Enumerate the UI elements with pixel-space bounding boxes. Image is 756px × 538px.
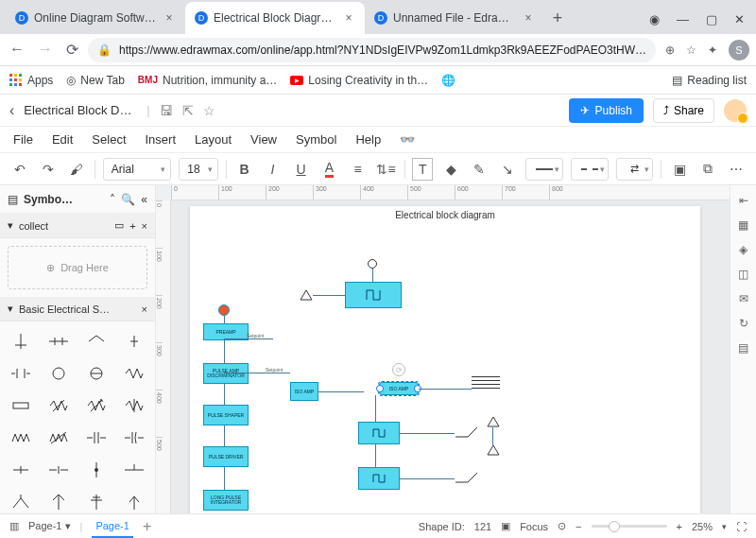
close-icon[interactable]: × (163, 11, 176, 25)
wire[interactable] (375, 444, 376, 467)
menu-select[interactable]: Select (92, 132, 126, 147)
symbol-item[interactable] (2, 454, 40, 486)
grid-icon[interactable]: ▦ (736, 217, 751, 233)
symbol-item[interactable] (77, 454, 115, 486)
wire[interactable] (318, 391, 364, 392)
menu-file[interactable]: File (13, 132, 33, 147)
zoom-in-button[interactable]: + (677, 521, 682, 532)
arrow-style-select[interactable]: ⇄ (616, 158, 654, 181)
wire[interactable] (419, 389, 472, 390)
symbol-item[interactable] (40, 454, 77, 486)
line-color-icon[interactable]: ✎ (469, 158, 490, 181)
shape-icon[interactable]: ◫ (736, 267, 751, 282)
menu-layout[interactable]: Layout (195, 132, 232, 147)
page[interactable]: Electrical block diagram PREAMP Setpoint… (190, 206, 700, 513)
line-weight-select[interactable] (525, 158, 563, 181)
symbol-item[interactable] (2, 390, 40, 422)
symbol-item[interactable] (77, 325, 115, 357)
chevron-up-icon[interactable]: ˄ (110, 193, 115, 206)
canvas[interactable]: Electrical block diagram PREAMP Setpoint… (171, 200, 730, 513)
block-longpulse[interactable]: LONG PULSE INTEGRATOR (203, 490, 249, 511)
symbol-item[interactable] (115, 454, 153, 486)
search-icon[interactable]: 🔍 (121, 193, 135, 206)
plus-icon[interactable]: + (129, 220, 135, 232)
collapse-icon[interactable]: « (141, 193, 147, 206)
wire[interactable] (224, 467, 225, 490)
focus-icon[interactable]: ▣ (501, 520, 510, 532)
triangle-icon[interactable] (487, 444, 500, 456)
triangle-icon[interactable] (300, 289, 313, 301)
url-box[interactable]: 🔒 https://www.edrawmax.com/online/app.ht… (88, 38, 656, 62)
symbol-item[interactable] (2, 325, 40, 357)
close-icon[interactable]: × (522, 11, 535, 25)
symbol-item[interactable] (40, 390, 77, 422)
symbol-item[interactable] (2, 422, 40, 454)
wire[interactable] (224, 316, 225, 323)
page-selector[interactable]: Page-1 ▾ (28, 520, 71, 532)
font-size-select[interactable]: 18 (179, 158, 217, 181)
block-generic[interactable] (345, 282, 402, 308)
section-basic-electrical[interactable]: ▾Basic Electrical S…× (0, 297, 155, 321)
menu-edit[interactable]: Edit (52, 132, 73, 147)
star-icon[interactable]: ☆ (686, 43, 696, 57)
bookmark-newtab[interactable]: ◎ New Tab (66, 74, 124, 87)
bookmark-globe[interactable]: 🌐 (441, 74, 455, 87)
close-icon[interactable]: × (142, 304, 147, 315)
glasses-icon[interactable]: 👓 (400, 132, 415, 147)
align-text-icon[interactable]: ≡ (348, 158, 369, 181)
more-icon[interactable]: ⋯ (726, 158, 747, 181)
block-isoamp-2-selected[interactable]: ISO AMP (379, 382, 419, 395)
browser-tab-1[interactable]: DElectrical Block Diagram - Edraw…× (185, 2, 365, 34)
wire[interactable] (224, 373, 290, 373)
wire[interactable] (313, 295, 345, 296)
font-color-icon[interactable]: A (319, 158, 340, 181)
menu-help[interactable]: Help (355, 132, 381, 147)
maximize-icon[interactable]: ▢ (706, 12, 717, 26)
extensions-icon[interactable]: ✦ (708, 43, 717, 57)
account-icon[interactable]: ◉ (649, 12, 660, 26)
symbol-item[interactable] (40, 486, 77, 513)
triangle-icon[interactable] (487, 416, 500, 427)
wire[interactable] (372, 269, 373, 282)
close-icon[interactable]: × (342, 11, 355, 25)
reading-list-button[interactable]: ▤ Reading list (672, 74, 747, 87)
add-icon[interactable]: ▭ (114, 219, 124, 232)
connector-icon[interactable]: ↘ (497, 158, 518, 181)
fill-color-icon[interactable]: ◆ (440, 158, 461, 181)
bold-icon[interactable]: B (234, 158, 255, 181)
wire[interactable] (492, 427, 493, 446)
block-led[interactable] (218, 304, 230, 316)
symbol-item[interactable] (40, 422, 77, 454)
symbol-item[interactable] (115, 325, 153, 357)
layers-icon[interactable]: ▣ (669, 158, 690, 181)
browser-tab-2[interactable]: DUnnamed File - EdrawMax× (365, 2, 544, 34)
symbol-item[interactable] (77, 486, 115, 513)
symbol-item[interactable] (77, 422, 115, 454)
symbol-item[interactable] (2, 486, 40, 513)
symbol-item[interactable] (77, 357, 115, 390)
symbol-item[interactable] (115, 422, 153, 454)
undo-icon[interactable]: ↶ (9, 158, 30, 181)
bookmark-youtube[interactable]: ▶ Losing Creativity in th… (290, 74, 428, 87)
reload-icon[interactable]: ⟳ (66, 41, 78, 59)
export-icon[interactable]: ⇱ (182, 103, 194, 118)
user-avatar[interactable] (724, 99, 747, 122)
wire[interactable] (375, 395, 376, 424)
italic-icon[interactable]: I (263, 158, 284, 181)
wire[interactable] (224, 338, 273, 339)
text-tool-icon[interactable]: T (412, 158, 433, 181)
minimize-icon[interactable]: — (677, 12, 689, 26)
add-page-button[interactable]: + (143, 518, 151, 535)
symbol-item[interactable] (2, 357, 40, 390)
back-icon[interactable]: ← (9, 41, 25, 59)
rotate-handle-icon[interactable]: ⟳ (392, 363, 405, 376)
drag-here-area[interactable]: ⊕Drag Here (8, 246, 147, 289)
layers-icon[interactable]: ◈ (736, 242, 751, 257)
line-spacing-icon[interactable]: ⇅≡ (376, 158, 397, 181)
profile-avatar[interactable]: S (729, 40, 749, 61)
library-icon[interactable]: ▤ (8, 193, 18, 206)
menu-view[interactable]: View (250, 132, 277, 147)
symbol-item[interactable] (40, 325, 77, 357)
apps-button[interactable]: Apps (9, 74, 53, 87)
symbol-item[interactable] (115, 390, 153, 422)
